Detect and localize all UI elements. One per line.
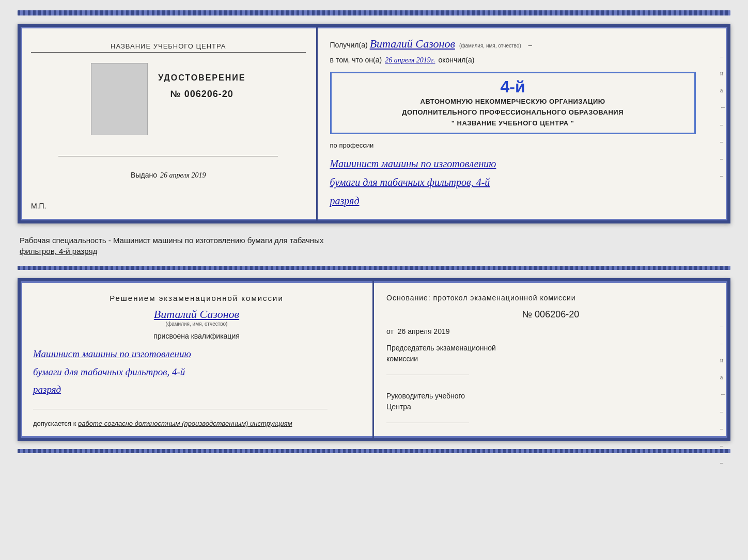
bottom-side-dash3: –: [720, 408, 726, 415]
rukovoditel-line1: Руководитель учебного: [386, 391, 715, 402]
side-dash2: –: [720, 121, 726, 129]
side-dash3: –: [720, 138, 726, 146]
bottom-side-marks: – – и а ← – – – –: [720, 323, 726, 467]
stamp-block: 4-й АВТОНОМНУЮ НЕКОММЕРЧЕСКУЮ ОРГАНИЗАЦИ…: [330, 72, 696, 134]
v-tom-label: в том, что он(а): [330, 56, 382, 64]
bottom-side-dash2: –: [720, 340, 726, 347]
issued-label: Выдано: [131, 171, 157, 179]
bottom-right-panel: Основание: протокол экзаменационной коми…: [374, 281, 727, 438]
bottom-left-panel: Решением экзаменационной комиссии Витали…: [21, 281, 374, 438]
recipient-line: Получил(а) Виталий Сазонов (фамилия, имя…: [330, 37, 715, 51]
side-dash4: –: [720, 155, 726, 163]
side-dash5: –: [720, 172, 726, 180]
bottom-profession-line2: бумаги для табачных фильтров, 4-й: [33, 363, 360, 381]
between-text-block: Рабочая специальность - Машинист машины …: [18, 232, 730, 258]
v-tom-date: 26 апреля 2019г.: [385, 56, 435, 65]
fio-hint: (фамилия, имя, отчество): [459, 43, 521, 49]
rukovoditel-line2: Центра: [386, 402, 715, 412]
recipient-name: Виталий Сазонов: [370, 37, 455, 51]
dash-right: –: [528, 41, 532, 50]
okonchil-label: окончил(а): [438, 56, 474, 64]
photo-placeholder: [91, 63, 148, 135]
osnovanie-label: Основание: протокол экзаменационной коми…: [386, 294, 715, 302]
cert-title: УДОСТОВЕРЕНИЕ: [158, 73, 245, 83]
v-tom-line: в том, что он(а) 26 апреля 2019г. окончи…: [330, 56, 715, 65]
between-text-line1: Рабочая специальность - Машинист машины …: [20, 236, 323, 245]
cert-number: № 006206-20: [170, 89, 233, 100]
side-a: а: [720, 87, 726, 94]
recipient-prefix: Получил(а): [330, 41, 368, 49]
predsedatel-sig-line: [386, 375, 469, 375]
stamp-line3: " НАЗВАНИЕ УЧЕБНОГО ЦЕНТРА ": [338, 118, 688, 129]
org-name-label: НАЗВАНИЕ УЧЕБНОГО ЦЕНТРА: [31, 42, 306, 53]
dopusk-text: работе согласно должностным (производств…: [78, 420, 292, 427]
bottom-side-dash6: –: [720, 459, 726, 467]
bottom-side-dash5: –: [720, 442, 726, 450]
bottom-side-arrow: ←: [720, 391, 726, 398]
profession-line2: бумаги для табачных фильтров, 4-й: [330, 173, 715, 191]
bottom-person-name: Виталий Сазонов: [33, 308, 360, 321]
komissia-heading: Решением экзаменационной комиссии: [33, 294, 360, 302]
bottom-profession-line3: разряд: [33, 381, 360, 398]
side-dash1: –: [720, 53, 726, 60]
issued-date: 26 апреля 2019: [160, 171, 206, 180]
profession-line3: разряд: [330, 191, 715, 210]
ot-line: от 26 апреля 2019: [386, 327, 715, 335]
cert-left-panel: НАЗВАНИЕ УЧЕБНОГО ЦЕНТРА УДОСТОВЕРЕНИЕ №…: [21, 27, 318, 220]
bottom-side-dash4: –: [720, 425, 726, 433]
profession-block: Машинист машины по изготовлению бумаги д…: [330, 154, 715, 210]
mp-label: М.П.: [31, 202, 46, 210]
between-text-line2: фильтров, 4-й разряд: [20, 247, 97, 255]
predsedatel-line2: комиссии: [386, 354, 715, 364]
rukovoditel-sig-line: [386, 423, 469, 423]
po-professii-label: по профессии: [330, 141, 374, 149]
predsedatel-block: Председатель экзаменационной комиссии: [386, 343, 715, 375]
rukovoditel-block: Руководитель учебного Центра: [386, 391, 715, 423]
side-arrow: ←: [720, 104, 726, 111]
side-marks: – и а ← – – – –: [720, 53, 726, 180]
bottom-side-dash1: –: [720, 323, 726, 330]
bottom-certificate: Решением экзаменационной комиссии Витали…: [18, 278, 730, 441]
stamp-line2: ДОПОЛНИТЕЛЬНОГО ПРОФЕССИОНАЛЬНОГО ОБРАЗО…: [338, 107, 688, 118]
profession-line1: Машинист машины по изготовлению: [330, 154, 715, 173]
bottom-side-i: и: [720, 357, 726, 364]
dopuskaetsya-block: допускается к работе согласно должностны…: [33, 420, 360, 427]
ot-prefix: от: [386, 327, 394, 335]
bottom-side-a: а: [720, 374, 726, 381]
cert-right-panel: Получил(а) Виталий Сазонов (фамилия, имя…: [318, 27, 727, 220]
dopusk-prefix: допускается к: [33, 420, 76, 427]
stamp-number: 4-й: [338, 77, 688, 97]
bottom-profession-block: Машинист машины по изготовлению бумаги д…: [33, 345, 360, 398]
predsedatel-line1: Председатель экзаменационной: [386, 343, 715, 354]
ot-date: 26 апреля 2019: [398, 327, 450, 335]
prisvoena-label: присвоена квалификация: [33, 332, 360, 340]
bottom-fio-hint: (фамилия, имя, отчество): [33, 321, 360, 327]
bottom-profession-line1: Машинист машины по изготовлению: [33, 345, 360, 363]
stamp-line1: АВТОНОМНУЮ НЕКОММЕРЧЕСКУЮ ОРГАНИЗАЦИЮ: [338, 97, 688, 107]
protocol-number: № 006206-20: [386, 309, 715, 320]
side-i: и: [720, 70, 726, 77]
top-certificate: НАЗВАНИЕ УЧЕБНОГО ЦЕНТРА УДОСТОВЕРЕНИЕ №…: [18, 24, 730, 223]
